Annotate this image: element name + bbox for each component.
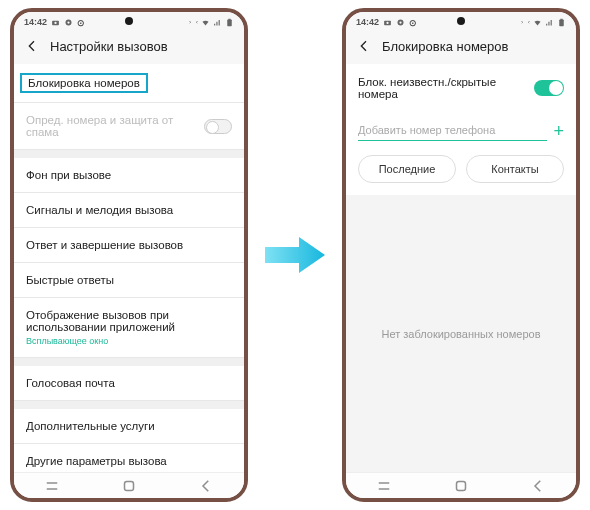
item-other-call-settings[interactable]: Другие параметры вызова <box>14 444 244 472</box>
item-label: Другие параметры вызова <box>26 455 167 467</box>
svg-rect-11 <box>559 19 564 26</box>
status-time: 14:42 <box>24 17 47 27</box>
battery-icon <box>225 18 234 27</box>
plus-icon[interactable]: + <box>553 122 564 140</box>
item-label: Ответ и завершение вызовов <box>26 239 183 251</box>
group-divider <box>14 150 244 158</box>
nav-home-icon[interactable] <box>120 477 138 495</box>
svg-rect-13 <box>456 481 465 490</box>
svg-point-1 <box>54 21 56 23</box>
gear-icon <box>396 18 405 27</box>
vibrate-icon <box>189 18 198 27</box>
camera-icon <box>51 18 60 27</box>
row-label: Блок. неизвестн./скрытые номера <box>358 76 508 100</box>
nav-back-icon[interactable] <box>529 477 547 495</box>
svg-point-8 <box>386 21 388 23</box>
item-answer-end[interactable]: Ответ и завершение вызовов <box>14 228 244 263</box>
svg-rect-12 <box>560 18 562 19</box>
camera-dot <box>457 17 465 25</box>
battery-icon <box>557 18 566 27</box>
row-block-unknown[interactable]: Блок. неизвестн./скрытые номера <box>346 64 576 112</box>
nav-back-icon[interactable] <box>197 477 215 495</box>
signal-icon <box>213 18 222 27</box>
navbar <box>14 472 244 498</box>
page-title: Блокировка номеров <box>382 39 508 54</box>
add-number-row: Добавить номер телефона + <box>346 112 576 145</box>
header: Блокировка номеров <box>346 32 576 64</box>
recent-button[interactable]: Последние <box>358 155 456 183</box>
contacts-button[interactable]: Контакты <box>466 155 564 183</box>
back-icon[interactable] <box>24 38 40 54</box>
circle-icon: ⊙ <box>409 18 418 27</box>
svg-rect-6 <box>124 481 133 490</box>
phone-right: 14:42 ⊙ <box>342 8 580 502</box>
nav-recents-icon[interactable] <box>375 477 393 495</box>
item-quick-replies[interactable]: Быстрые ответы <box>14 263 244 298</box>
signal-icon <box>545 18 554 27</box>
gear-icon <box>64 18 73 27</box>
empty-state: Нет заблокированных номеров <box>346 195 576 472</box>
item-call-display[interactable]: Отображение вызовов при использовании пр… <box>14 298 244 358</box>
transition-arrow <box>260 233 330 277</box>
item-sublabel: Всплывающее окно <box>26 336 232 346</box>
wifi-icon <box>201 18 210 27</box>
nav-home-icon[interactable] <box>452 477 470 495</box>
back-icon[interactable] <box>356 38 372 54</box>
status-time: 14:42 <box>356 17 379 27</box>
header: Настройки вызовов <box>14 32 244 64</box>
svg-point-10 <box>399 21 401 23</box>
item-block-numbers[interactable]: Блокировка номеров <box>14 64 244 103</box>
phone-left: 14:42 ⊙ <box>10 8 248 502</box>
item-label: Опред. номера и защита от спама <box>26 114 176 138</box>
item-ringtones[interactable]: Сигналы и мелодия вызова <box>14 193 244 228</box>
camera-icon <box>383 18 392 27</box>
svg-point-3 <box>67 21 69 23</box>
item-label: Дополнительные услуги <box>26 420 155 432</box>
nav-recents-icon[interactable] <box>43 477 61 495</box>
source-buttons: Последние Контакты <box>346 145 576 195</box>
empty-text: Нет заблокированных номеров <box>381 328 540 340</box>
group-divider <box>14 401 244 409</box>
camera-dot <box>125 17 133 25</box>
toggle-block-unknown[interactable] <box>534 80 564 96</box>
block-numbers-screen: Блок. неизвестн./скрытые номера Добавить… <box>346 64 576 472</box>
group-divider <box>14 358 244 366</box>
highlight-box: Блокировка номеров <box>20 73 148 93</box>
svg-rect-5 <box>228 18 230 19</box>
item-label: Фон при вызове <box>26 169 111 181</box>
page-title: Настройки вызовов <box>50 39 168 54</box>
add-number-input[interactable]: Добавить номер телефона <box>358 120 547 141</box>
svg-rect-4 <box>227 19 232 26</box>
wifi-icon <box>533 18 542 27</box>
vibrate-icon <box>521 18 530 27</box>
item-label: Отображение вызовов при использовании пр… <box>26 309 232 333</box>
item-voicemail[interactable]: Голосовая почта <box>14 366 244 401</box>
item-label: Сигналы и мелодия вызова <box>26 204 173 216</box>
item-supplementary[interactable]: Дополнительные услуги <box>14 409 244 444</box>
toggle-caller-id[interactable] <box>204 119 232 134</box>
item-label: Быстрые ответы <box>26 274 114 286</box>
item-call-background[interactable]: Фон при вызове <box>14 158 244 193</box>
settings-list[interactable]: Блокировка номеров Опред. номера и защит… <box>14 64 244 472</box>
item-label: Голосовая почта <box>26 377 115 389</box>
circle-icon: ⊙ <box>77 18 86 27</box>
navbar <box>346 472 576 498</box>
item-caller-id-spam[interactable]: Опред. номера и защита от спама <box>14 103 244 150</box>
